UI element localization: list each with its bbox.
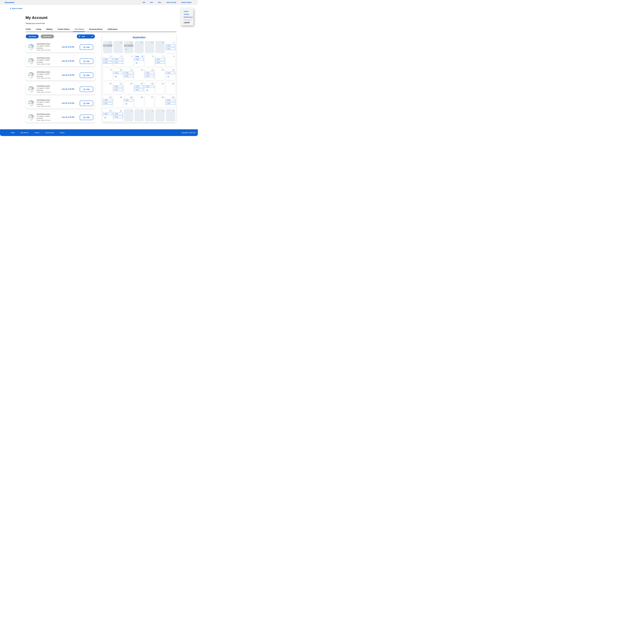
calendar-day-27[interactable]: 27 xyxy=(145,96,154,108)
event-chip[interactable]: 1234... xyxy=(145,85,154,88)
footer-link-privacy[interactable]: Privacy xyxy=(60,132,65,133)
calendar-day-6[interactable]: 6 xyxy=(145,55,154,67)
event-chip[interactable]: 1234... xyxy=(113,89,123,91)
calendar-day-17[interactable]: 171234...1234... xyxy=(113,82,123,94)
calendar-day-3-muted[interactable]: 3 xyxy=(145,109,154,121)
edit-tour-button[interactable]: Edit xyxy=(80,115,93,120)
nav-link-sell[interactable]: SELL xyxy=(158,2,162,3)
menu-item-log-out[interactable]: Log Out xyxy=(184,22,193,23)
event-chip[interactable]: 1234... xyxy=(166,99,175,101)
calendar-day-28-muted[interactable]: 28 xyxy=(155,41,165,53)
event-chip[interactable]: 1234... xyxy=(113,61,123,64)
calendar-day-20[interactable]: 201234...+4 xyxy=(145,82,154,94)
footer-link-contact[interactable]: Contact xyxy=(35,132,39,133)
event-chip[interactable]: 1234... xyxy=(113,85,123,88)
calendar-day-21[interactable]: 21 xyxy=(155,82,165,94)
calendar-day-19[interactable]: 191234...1234... xyxy=(134,82,144,94)
event-chip[interactable]: 1234... xyxy=(145,75,154,77)
calendar-day-8[interactable]: 8 xyxy=(166,55,175,67)
event-chip[interactable]: 1234... xyxy=(166,102,175,105)
event-chip[interactable]: 1234... xyxy=(103,61,112,64)
tour-card[interactable]: 11121 Montana AvenueLos Angeles, CA 9004… xyxy=(26,98,95,109)
tour-card[interactable]: 11121 Montana AvenueLos Angeles, CA 9004… xyxy=(26,70,95,81)
more-events-label[interactable]: +4 xyxy=(146,89,153,91)
footer-link-terms-of-use[interactable]: Terms Of Use xyxy=(45,132,54,133)
calendar-day-26-muted[interactable]: 26 xyxy=(134,41,144,53)
tour-card[interactable]: 11121 Montana AvenueLos Angeles, CA 9004… xyxy=(26,112,95,123)
more-events-label[interactable]: +4 xyxy=(104,117,111,118)
calendar-day-9[interactable]: 9 xyxy=(103,68,112,81)
calendar-day-4-muted[interactable]: 4 xyxy=(155,109,165,121)
calendar-day-15[interactable]: 151234...+4 xyxy=(166,68,175,81)
calendar-day-30[interactable]: 301234...+4 xyxy=(103,109,112,121)
footer-link-profile[interactable]: Profile xyxy=(11,132,15,133)
event-chip[interactable]: 1234... xyxy=(134,89,144,91)
more-events-label[interactable]: +4 xyxy=(114,76,122,78)
calendar-day-22[interactable]: 22 xyxy=(166,82,175,94)
calendar-day-7[interactable]: 71234...1234... xyxy=(155,55,165,67)
event-chip[interactable]: 1234... xyxy=(166,72,175,74)
nav-link-buy[interactable]: BUY xyxy=(150,2,153,3)
event-chip[interactable]: 1234... xyxy=(155,58,165,60)
calendar-day-12[interactable]: 12 xyxy=(134,68,144,81)
calendar-day-16[interactable]: 16 xyxy=(103,82,112,94)
menu-item-profile[interactable]: Profile xyxy=(184,10,193,13)
event-chip[interactable]: 1234... xyxy=(113,113,123,115)
more-events-label[interactable]: +4 xyxy=(135,62,143,64)
event-chip[interactable]: 1234... xyxy=(103,99,112,101)
tour-card[interactable]: 11121 Montana AvenueLos Angeles, CA 9004… xyxy=(26,84,95,95)
calendar-day-13[interactable]: 131234...1234... xyxy=(145,68,154,81)
edit-tour-button[interactable]: Edit xyxy=(80,58,93,64)
calendar-day-10[interactable]: 101234...+4 xyxy=(113,68,123,81)
tour-card[interactable]: 11121 Montana AvenueLos Angeles, CA 9004… xyxy=(26,42,95,52)
event-chip[interactable]: 1234... xyxy=(124,99,133,101)
nav-link-saved-homes[interactable]: SAVED HOMES xyxy=(181,2,192,3)
event-chip[interactable]: 1234... xyxy=(166,44,175,47)
filter-upcoming[interactable]: Upcoming xyxy=(26,35,39,38)
event-chip[interactable]: 1234... xyxy=(124,75,133,77)
menu-item-activity[interactable]: Activity xyxy=(184,13,193,16)
more-events-label[interactable]: +4 xyxy=(125,48,132,50)
calendar-day-2-muted[interactable]: 2 xyxy=(134,109,144,121)
filter-past-tours[interactable]: Past Tours xyxy=(41,35,54,38)
calendar-day-3[interactable]: 31234...1234... xyxy=(113,55,123,67)
calendar-day-25-muted[interactable]: 251234...+4 xyxy=(124,41,133,53)
event-chip[interactable]: 1234... xyxy=(145,72,154,74)
back-to-home-link[interactable]: Back to Home xyxy=(10,8,22,9)
more-events-label[interactable]: +4 xyxy=(167,76,174,78)
calendar-day-27-muted[interactable]: 27 xyxy=(145,41,154,53)
brand-logo[interactable]: Housweet xyxy=(5,1,14,4)
sort-button[interactable]: Sort xyxy=(77,34,95,39)
calendar-day-4[interactable]: 4 xyxy=(124,55,133,67)
calendar-day-29[interactable]: 291234...1234... xyxy=(166,96,175,108)
calendar-day-24[interactable]: 24 xyxy=(113,96,123,108)
event-chip[interactable]: 1234... xyxy=(103,44,112,47)
calendar-day-25[interactable]: 251234...+4 xyxy=(124,96,133,108)
event-chip[interactable]: 1234... xyxy=(113,58,123,60)
menu-item-notifications[interactable]: Notifications xyxy=(184,16,193,19)
calendar-day-24-muted[interactable]: 24 xyxy=(113,41,123,53)
calendar-day-28[interactable]: 28 xyxy=(155,96,165,108)
tab-browsing-history[interactable]: Browsing History xyxy=(89,28,103,30)
calendar-day-31[interactable]: 311234...1234... xyxy=(113,109,123,121)
calendar-day-2[interactable]: 21234...1234... xyxy=(103,55,112,67)
tab-profile[interactable]: Profile xyxy=(26,28,31,30)
tab-notifications[interactable]: Notifications xyxy=(108,28,117,30)
tab-tour-history[interactable]: Tour History xyxy=(75,28,84,30)
calendar-day-14[interactable]: 14 xyxy=(155,68,165,81)
footer-link-who-we-are[interactable]: Who We Are xyxy=(21,132,29,133)
calendar-day-5-muted[interactable]: 5 xyxy=(166,109,175,121)
event-chip[interactable]: 1234... xyxy=(134,58,144,60)
event-chip[interactable]: 1234... xyxy=(124,72,133,74)
edit-tour-button[interactable]: Edit xyxy=(80,101,93,106)
event-chip[interactable]: 1234... xyxy=(103,102,112,105)
calendar-day-5[interactable]: Today51234...+4 xyxy=(134,55,144,67)
calendar-day-18[interactable]: 18 xyxy=(124,82,133,94)
calendar-day-11[interactable]: 111234...1234... xyxy=(124,68,133,81)
event-chip[interactable]: 1234... xyxy=(103,113,112,115)
tab-contact-history[interactable]: Contact History xyxy=(57,28,69,30)
event-chip[interactable]: 1234... xyxy=(166,48,175,50)
event-chip[interactable]: 1234... xyxy=(113,116,123,118)
event-chip[interactable]: 1234... xyxy=(103,58,112,60)
tour-card[interactable]: 11121 Montana AvenueLos Angeles, CA 9004… xyxy=(26,56,95,66)
